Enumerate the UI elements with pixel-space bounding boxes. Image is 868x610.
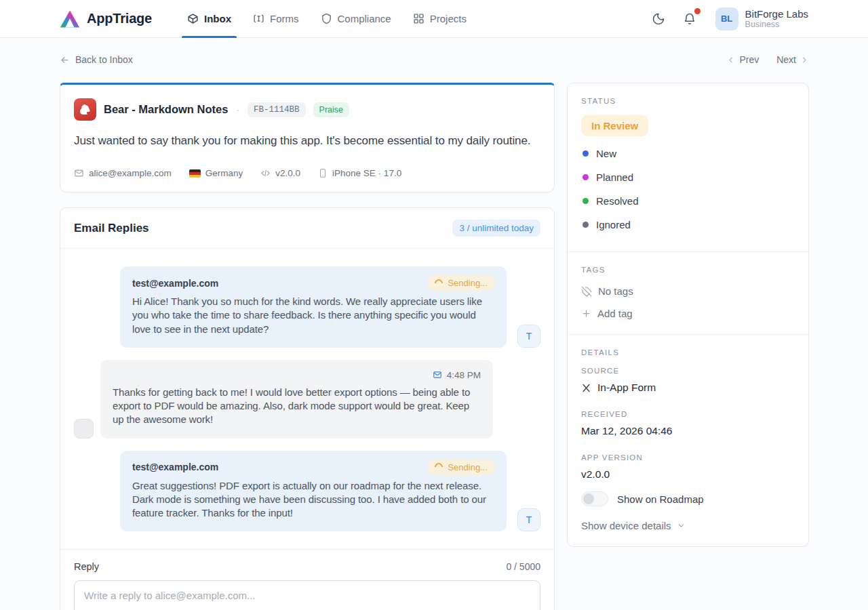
- x-source-icon: [581, 383, 591, 393]
- mail-time-icon: [433, 370, 442, 380]
- show-device-details-label: Show device details: [581, 520, 671, 531]
- code-icon: [260, 168, 271, 178]
- prev-label: Prev: [739, 54, 759, 65]
- brand[interactable]: AppTriage: [60, 9, 152, 28]
- meta-email: alice@example.com: [74, 168, 172, 178]
- status-section: STATUS In Review New Planned Resolved Ig…: [568, 83, 808, 251]
- meta-country-value: Germany: [205, 168, 243, 178]
- status-option-label: Planned: [596, 171, 633, 183]
- received-value: Mar 12, 2026 04:46: [581, 425, 795, 437]
- tag-off-icon: [581, 286, 592, 297]
- message-time: 4:48 PM: [447, 370, 481, 380]
- status-dot-green: [583, 198, 589, 204]
- prev-button[interactable]: Prev: [726, 54, 759, 65]
- phone-icon: [318, 168, 328, 178]
- message-row-admin: test@example.com Sending... Hi Alice! Th…: [74, 266, 540, 348]
- feedback-app-title: Bear - Markdown Notes: [104, 103, 228, 116]
- spinner-icon: [433, 277, 445, 289]
- translate-button[interactable]: T: [517, 508, 540, 531]
- received-label: RECEIVED: [581, 410, 795, 418]
- translate-button[interactable]: T: [517, 325, 540, 348]
- topbar-actions: BL BitForge Labs Business: [649, 7, 808, 30]
- status-dot-blue: [583, 150, 589, 157]
- moon-icon: [652, 12, 665, 26]
- app-logo-icon: [60, 9, 80, 28]
- reply-textarea[interactable]: [74, 580, 540, 610]
- category-badge: Praise: [313, 102, 349, 117]
- feedback-message: Just wanted to say thank you for making …: [74, 134, 540, 148]
- no-tags-row: No tags: [581, 284, 795, 304]
- meta-version: v2.0.0: [260, 168, 300, 178]
- arrow-left-icon: [60, 55, 70, 65]
- nav-tab-inbox[interactable]: Inbox: [176, 0, 242, 38]
- message-text: Hi Alice! Thank you so much for the kind…: [132, 295, 494, 336]
- status-option-new[interactable]: New: [581, 142, 795, 165]
- details-section: DETAILS SOURCE In-App Form RECEIVED Mar …: [568, 334, 808, 546]
- feedback-card: Bear - Markdown Notes · FB-1114BB Praise…: [60, 83, 555, 192]
- status-section-label: STATUS: [581, 97, 795, 105]
- character-counter: 0 / 5000: [506, 561, 540, 572]
- grid-icon: [413, 13, 425, 24]
- status-option-ignored[interactable]: Ignored: [581, 213, 795, 237]
- brand-name: AppTriage: [87, 11, 152, 26]
- title-separator: ·: [236, 104, 239, 115]
- add-tag-button[interactable]: Add tag: [581, 304, 795, 319]
- version-group: APP VERSION v2.0.0: [581, 453, 795, 481]
- message-text: Thanks for getting back to me! I would l…: [113, 386, 481, 427]
- status-option-label: Ignored: [596, 219, 631, 230]
- meta-device-value: iPhone SE · 17.0: [332, 168, 401, 178]
- roadmap-toggle-row[interactable]: Show on Roadmap: [581, 491, 795, 506]
- account-name: BitForge Labs: [745, 8, 808, 20]
- account-menu[interactable]: BL BitForge Labs Business: [715, 7, 808, 30]
- germany-flag-icon: [189, 169, 201, 178]
- dark-mode-toggle[interactable]: [649, 9, 668, 28]
- nav-tab-forms[interactable]: Forms: [242, 0, 310, 38]
- source-label: SOURCE: [581, 367, 795, 375]
- meta-email-value: alice@example.com: [89, 168, 172, 178]
- chevron-left-icon: [726, 56, 735, 64]
- admin-message-bubble: test@example.com Sending... Great sugges…: [120, 451, 507, 532]
- show-device-details-button[interactable]: Show device details: [581, 520, 795, 531]
- back-to-inbox-link[interactable]: Back to Inbox: [60, 54, 133, 65]
- bear-app-icon: [74, 98, 96, 121]
- received-group: RECEIVED Mar 12, 2026 04:46: [581, 410, 795, 437]
- notification-dot: [694, 8, 701, 14]
- current-status-badge: In Review: [581, 115, 648, 136]
- next-button[interactable]: Next: [776, 54, 809, 65]
- shield-icon: [321, 13, 332, 24]
- back-to-inbox-label: Back to Inbox: [75, 54, 133, 65]
- nav-tab-compliance[interactable]: Compliance: [310, 0, 402, 38]
- inbox-cube-icon: [187, 13, 199, 24]
- reply-quota-badge: 3 / unlimited today: [452, 220, 540, 237]
- notifications-button[interactable]: [680, 9, 699, 28]
- message-row-admin: test@example.com Sending... Great sugges…: [74, 451, 540, 532]
- tags-section: TAGS No tags Add tag: [568, 251, 808, 334]
- status-option-planned[interactable]: Planned: [581, 165, 795, 189]
- add-tag-label: Add tag: [597, 308, 633, 319]
- status-dot-gray: [583, 222, 589, 228]
- meta-country: Germany: [189, 168, 243, 178]
- status-option-label: Resolved: [596, 195, 639, 207]
- source-value: In-App Form: [597, 382, 656, 394]
- message-text: Great suggestions! PDF export is actuall…: [132, 479, 494, 521]
- chevron-right-icon: [800, 56, 809, 64]
- sending-status-badge: Sending...: [428, 460, 494, 475]
- nav-tab-projects[interactable]: Projects: [402, 0, 477, 38]
- message-thread: test@example.com Sending... Hi Alice! Th…: [60, 249, 554, 549]
- account-avatar: BL: [715, 7, 738, 30]
- top-navigation-bar: AppTriage Inbox Forms Compliance: [0, 0, 868, 38]
- message-sender: test@example.com: [132, 462, 218, 472]
- details-section-label: DETAILS: [581, 348, 795, 357]
- user-avatar: [74, 419, 94, 439]
- tags-section-label: TAGS: [581, 266, 795, 274]
- meta-device: iPhone SE · 17.0: [318, 168, 401, 178]
- email-replies-card: Email Replies 3 / unlimited today test@e…: [60, 207, 555, 610]
- roadmap-toggle[interactable]: [581, 491, 608, 506]
- status-option-resolved[interactable]: Resolved: [581, 189, 795, 213]
- account-plan: Business: [745, 20, 808, 29]
- nav-tab-label: Compliance: [338, 13, 391, 24]
- app-version-value: v2.0.0: [581, 468, 795, 481]
- envelope-icon: [74, 168, 84, 178]
- bear-silhouette-icon: [78, 102, 92, 117]
- nav-tab-label: Inbox: [204, 13, 231, 24]
